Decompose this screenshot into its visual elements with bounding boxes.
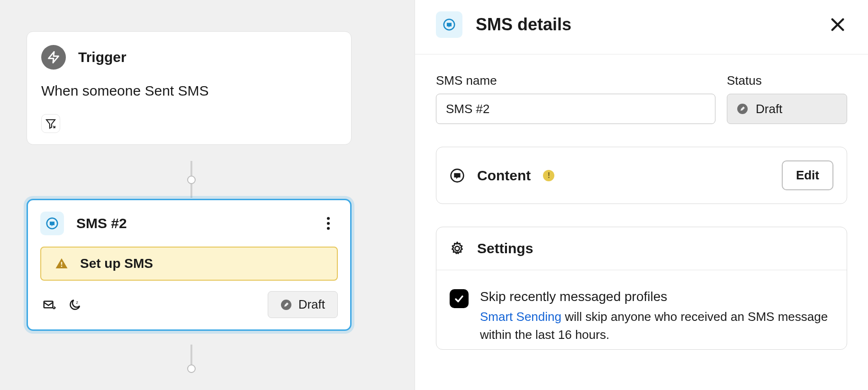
content-header: Content Edit xyxy=(436,147,847,204)
open-tracking-icon[interactable] xyxy=(40,296,58,314)
skip-profiles-row: Skip recently messaged profiles Smart Se… xyxy=(450,289,833,344)
skip-profiles-checkbox[interactable] xyxy=(450,289,469,308)
trigger-header: Trigger xyxy=(41,45,337,70)
setup-warning[interactable]: Set up SMS xyxy=(40,247,338,281)
warning-text: Set up SMS xyxy=(80,256,153,271)
sms-card-footer: z Draft xyxy=(40,291,338,318)
smart-sending-link[interactable]: Smart Sending xyxy=(480,310,561,324)
skip-profiles-description: Smart Sending will skip anyone who recei… xyxy=(480,308,833,344)
content-title: Content xyxy=(477,168,531,184)
settings-title: Settings xyxy=(477,240,533,257)
sms-card-title: SMS #2 xyxy=(76,215,307,231)
trigger-title: Trigger xyxy=(78,49,127,65)
close-icon xyxy=(830,17,846,33)
svg-marker-0 xyxy=(49,52,59,62)
svg-rect-18 xyxy=(455,175,459,176)
warning-icon xyxy=(54,257,69,271)
sms-icon xyxy=(436,11,462,38)
svg-text:z: z xyxy=(76,300,79,304)
settings-section: Settings Skip recently messaged profiles… xyxy=(436,227,847,350)
trigger-description: When someone Sent SMS xyxy=(41,83,337,99)
trigger-filter-button[interactable] xyxy=(41,114,60,133)
status-badge[interactable]: Draft xyxy=(268,291,338,318)
settings-body: Skip recently messaged profiles Smart Se… xyxy=(436,270,847,349)
message-icon xyxy=(450,168,465,183)
sms-name-field: SMS name xyxy=(436,73,715,124)
more-options-button[interactable] xyxy=(319,214,338,233)
sms-card-header: SMS #2 xyxy=(40,212,338,235)
settings-header: Settings xyxy=(436,227,847,270)
content-warning-icon xyxy=(543,170,554,181)
status-select[interactable]: Draft xyxy=(727,94,847,124)
status-field: Status Draft xyxy=(727,73,847,124)
svg-point-4 xyxy=(327,217,330,220)
svg-point-19 xyxy=(455,246,459,250)
connector-dot xyxy=(187,364,196,373)
panel-body: SMS name Status Draft Content Edit xyxy=(415,54,868,390)
sms-icon xyxy=(40,212,64,235)
sms-card[interactable]: SMS #2 Set up SMS z Draft xyxy=(27,199,352,331)
connector-dot xyxy=(187,176,196,184)
quiet-hours-icon[interactable]: z xyxy=(66,296,84,314)
status-label: Status xyxy=(727,73,847,88)
svg-point-5 xyxy=(327,222,330,225)
svg-point-6 xyxy=(327,227,330,230)
gear-icon xyxy=(450,241,465,256)
svg-rect-7 xyxy=(61,262,63,265)
svg-rect-8 xyxy=(61,266,63,267)
close-button[interactable] xyxy=(828,15,847,34)
svg-rect-3 xyxy=(51,223,54,224)
flow-canvas: Trigger When someone Sent SMS SMS #2 Set… xyxy=(0,0,415,390)
svg-rect-9 xyxy=(44,301,53,308)
trigger-card[interactable]: Trigger When someone Sent SMS xyxy=(27,31,352,145)
status-text: Draft xyxy=(298,297,325,312)
edit-content-button[interactable]: Edit xyxy=(782,160,833,190)
status-value: Draft xyxy=(756,102,782,116)
sms-name-input[interactable] xyxy=(436,94,715,124)
skip-profiles-text: Skip recently messaged profiles Smart Se… xyxy=(480,289,833,344)
content-section: Content Edit xyxy=(436,147,847,204)
panel-title: SMS details xyxy=(476,15,815,35)
svg-rect-13 xyxy=(448,24,451,25)
draft-icon xyxy=(280,299,292,310)
name-status-row: SMS name Status Draft xyxy=(436,73,847,124)
details-panel: SMS details SMS name Status Draft Conte xyxy=(415,0,868,390)
lightning-icon xyxy=(41,45,66,70)
check-icon xyxy=(453,293,465,304)
sms-name-label: SMS name xyxy=(436,73,715,88)
skip-profiles-title: Skip recently messaged profiles xyxy=(480,289,833,304)
panel-header: SMS details xyxy=(415,0,868,54)
draft-icon xyxy=(737,103,748,115)
